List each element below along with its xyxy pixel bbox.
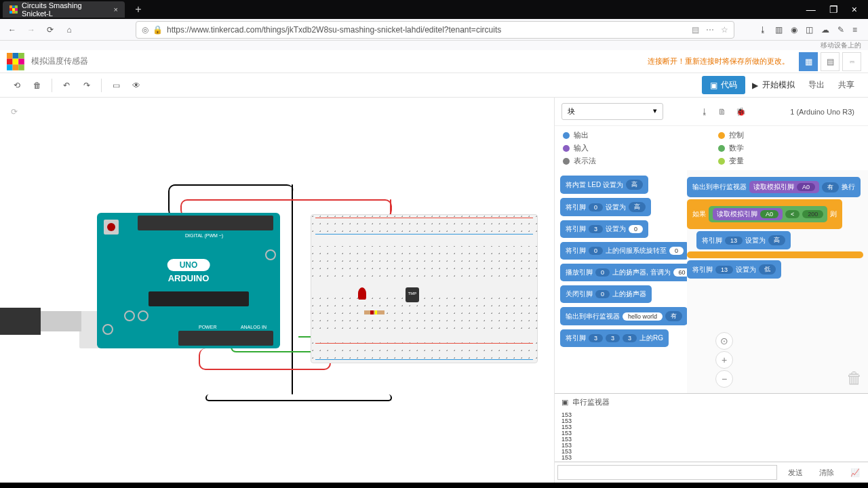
block-builtin-led[interactable]: 将内置 LED 设置为高	[560, 176, 648, 194]
share-button[interactable]: 共享	[831, 76, 861, 94]
app-header: 模拟温度传感器 连接断开！重新连接时将保存所做的更改。 ▦ ▤ ⎓	[0, 50, 868, 73]
menu-icon[interactable]: ≡	[852, 25, 857, 35]
components-panel-icon[interactable]: ▦	[799, 52, 818, 71]
block-rgb[interactable]: 将引脚333上的RG	[560, 329, 669, 347]
block-stop-tone[interactable]: 关闭引脚0上的扬声器	[560, 285, 652, 303]
undo-icon[interactable]: ↶	[56, 75, 77, 96]
view-rotate-icon[interactable]: ⟳	[5, 103, 23, 121]
window-minimize-icon[interactable]: —	[806, 4, 816, 15]
reader-icon[interactable]: ▤	[692, 25, 699, 35]
wire-black[interactable]	[292, 184, 293, 394]
svg-rect-2	[15, 5, 18, 8]
block-workspace[interactable]: 输出到串行监视器 读取模拟引脚A0 有 换行 如果 读取模拟引脚A0 < 200	[687, 170, 868, 393]
forward-button[interactable]: →	[24, 23, 38, 37]
usb-cable[interactable]	[0, 308, 41, 335]
wire-black[interactable]	[168, 184, 294, 217]
account-icon[interactable]: ☁	[821, 25, 829, 35]
tmp-sensor[interactable]: TMP	[406, 287, 419, 302]
new-tab-button[interactable]: +	[130, 3, 146, 16]
delete-tool-icon[interactable]: 🗑	[27, 75, 47, 96]
capacitor	[124, 310, 135, 321]
serial-line: 153	[561, 418, 861, 424]
redo-icon[interactable]: ↷	[77, 75, 97, 96]
cat-control[interactable]: 控制	[718, 130, 860, 140]
annotations-icon[interactable]: ▭	[106, 75, 126, 96]
zoom-controls: ⊙ + −	[715, 332, 733, 388]
code-icon: ▣	[710, 81, 717, 90]
url-text: https://www.tinkercad.com/things/jkTxdb2…	[167, 25, 688, 35]
browser-tab[interactable]: Circuits Smashing Snicket-L ×	[3, 1, 125, 18]
wire-black[interactable]	[205, 394, 392, 401]
led-component[interactable]	[358, 287, 366, 300]
ws-set-pin-low[interactable]: 将引脚13设置为低	[687, 260, 781, 279]
arduino-board[interactable]: DIGITAL (PWM ~) UNO ARDUINO POWER ANALOG…	[97, 213, 280, 348]
serial-send-button[interactable]: 发送	[780, 462, 811, 483]
serial-line: 153	[561, 412, 861, 418]
serial-clear-button[interactable]: 清除	[811, 462, 842, 483]
back-button[interactable]: ←	[5, 23, 19, 37]
cat-input[interactable]: 输入	[563, 143, 705, 153]
digital-header[interactable]	[138, 216, 273, 230]
extensions-icon[interactable]: ◉	[791, 25, 797, 35]
block-serial-print[interactable]: 输出到串行监视器hello world有	[560, 307, 688, 325]
ws-set-pin-high[interactable]: 将引脚13设置为高	[696, 231, 791, 249]
serial-input[interactable]	[557, 465, 777, 480]
cat-output[interactable]: 输出	[563, 130, 705, 140]
serial-graph-icon[interactable]: 📈	[842, 462, 868, 483]
home-button[interactable]: ⌂	[62, 23, 76, 37]
svg-rect-17	[18, 64, 24, 70]
trash-icon[interactable]: 🗑	[846, 369, 863, 388]
disconnect-message: 连接断开！重新连接时将保存所做的更改。	[648, 56, 789, 66]
arduino-reset-button[interactable]	[104, 220, 119, 235]
sidebar-icon[interactable]: ◫	[806, 25, 813, 35]
code-button[interactable]: ▣代码	[702, 76, 745, 94]
reload-button[interactable]: ⟳	[43, 23, 57, 37]
play-icon: ▶	[752, 81, 758, 90]
url-bar[interactable]: ◎ 🔒 https://www.tinkercad.com/things/jkT…	[136, 21, 734, 39]
svg-rect-15	[7, 64, 13, 70]
svg-rect-11	[18, 53, 24, 59]
resistor-component[interactable]	[364, 310, 384, 314]
library-icon[interactable]: ▥	[775, 25, 783, 35]
block-play-tone[interactable]: 播放引脚0上的扬声器, 音调为60	[560, 264, 696, 281]
zoom-center-icon[interactable]: ⊙	[715, 332, 733, 350]
serial-line: 153	[561, 455, 861, 461]
url-menu-icon[interactable]: ⋯	[706, 25, 714, 35]
start-simulation-button[interactable]: ▶开始模拟	[745, 76, 802, 94]
block-set-pin-pwm[interactable]: 将引脚3设置为0	[560, 220, 648, 238]
serial-icon: ▣	[561, 398, 568, 407]
cat-math[interactable]: 数学	[718, 143, 860, 153]
breadboard[interactable]	[311, 214, 538, 363]
ws-if-block[interactable]: 如果 读取模拟引脚A0 < 200 则	[687, 199, 842, 229]
ws-serial-print[interactable]: 输出到串行监视器 读取模拟引脚A0 有 换行	[687, 177, 861, 197]
visibility-icon[interactable]: 👁	[126, 75, 146, 96]
ws-if-end[interactable]	[687, 251, 863, 258]
window-maximize-icon[interactable]: ❐	[829, 4, 838, 15]
circuit-canvas[interactable]: ⟳ DIGITAL (PWM ~) UNO ARDUINO	[0, 98, 554, 483]
notes-icon[interactable]: ✎	[837, 25, 844, 35]
project-title[interactable]: 模拟温度传感器	[31, 56, 88, 67]
zoom-in-icon[interactable]: +	[715, 351, 733, 369]
bookmark-star-icon[interactable]: ☆	[721, 25, 728, 35]
tinkercad-logo[interactable]	[7, 53, 24, 70]
export-button[interactable]: 导出	[802, 76, 831, 94]
download-code-icon[interactable]: ⭳	[701, 107, 709, 117]
debugger-icon[interactable]: 🐞	[736, 107, 746, 117]
cat-variable[interactable]: 变量	[718, 156, 860, 166]
browser-nav-bar: ← → ⟳ ⌂ ◎ 🔒 https://www.tinkercad.com/th…	[0, 19, 868, 41]
rotate-tool-icon[interactable]: ⟲	[7, 75, 27, 96]
power-analog-header[interactable]	[178, 331, 273, 346]
window-close-icon[interactable]: ×	[852, 4, 857, 15]
zoom-out-icon[interactable]: −	[715, 370, 733, 388]
libraries-icon[interactable]: 🗎	[718, 107, 726, 117]
cat-notation[interactable]: 表示法	[563, 156, 705, 166]
tab-close-icon[interactable]: ×	[114, 5, 118, 14]
downloads-icon[interactable]: ⭳	[759, 25, 767, 35]
block-set-pin[interactable]: 将引脚0设置为高	[560, 198, 651, 216]
block-servo[interactable]: 将引脚0上的伺服系统旋转至0	[560, 242, 689, 260]
atmega-chip	[149, 291, 250, 306]
board-selector[interactable]: 1 (Arduino Uno R3)	[783, 105, 861, 119]
circuit-view-icon[interactable]: ⎓	[842, 52, 861, 71]
list-view-icon[interactable]: ▤	[821, 52, 840, 71]
block-mode-dropdown[interactable]: 块▾	[561, 103, 663, 120]
